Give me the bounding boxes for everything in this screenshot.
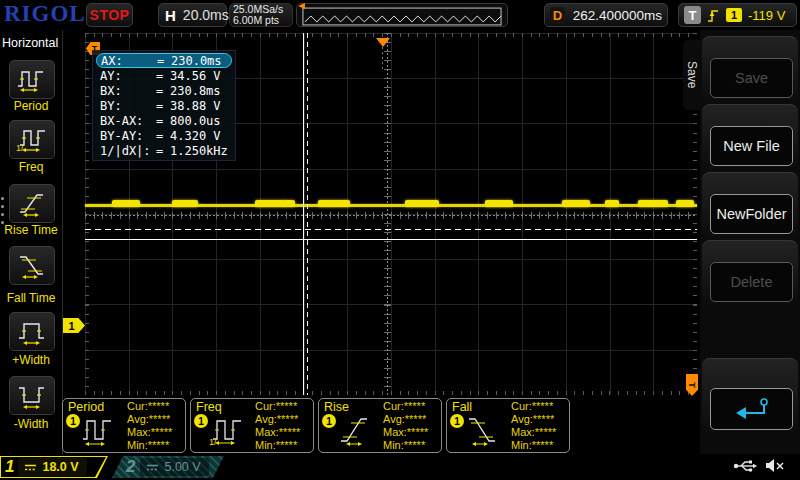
oscilloscope-screen: RIGOL STOP H 20.0ms 25.0MSa/s 6.00M pts …	[0, 0, 800, 480]
ch1-trace	[85, 200, 697, 208]
measure-item-plus-width-label: +Width	[0, 353, 62, 367]
measurement-stats: Cur:***** Avg:***** Max:***** Min:*****	[383, 400, 428, 452]
minus-width-icon	[17, 382, 47, 410]
left-measure-sidebar: Horizontal Period 1/ Freq	[0, 30, 63, 480]
ch1-ground-marker-icon[interactable]: 1	[63, 318, 85, 333]
channel1-number: 1	[5, 457, 14, 477]
fall-waveform-icon	[465, 411, 501, 447]
horizontal-scale-value: 20.0ms	[183, 7, 229, 23]
rising-edge-trigger-icon	[707, 7, 720, 24]
fall-time-icon	[17, 252, 47, 280]
trigger-label: T	[684, 6, 701, 24]
measurement-panel-freq[interactable]: Freq 1 1/ Cur:***** Avg:***** Max:***** …	[190, 398, 314, 453]
delete-button[interactable]: Delete	[710, 262, 793, 302]
measure-category-title: Horizontal	[2, 36, 62, 50]
measure-item-minus-width-label: -Width	[0, 417, 62, 431]
horizontal-label: H	[165, 7, 176, 24]
delay-value: 262.400000ms	[573, 8, 662, 23]
measure-item-period[interactable]	[9, 60, 55, 99]
channel2-status[interactable]: 2 5.00 V	[112, 456, 224, 478]
cursor-a-vertical-line[interactable]	[303, 33, 304, 395]
rise-time-icon	[17, 190, 47, 218]
rigol-logo: RIGOL	[4, 1, 86, 27]
graticule-top-ticks	[85, 33, 697, 37]
menu-scroll-indicator	[1, 192, 4, 229]
menu-tab: Save	[683, 40, 700, 110]
cursor-row-ay[interactable]: AY:=34.56 V	[96, 68, 232, 83]
top-status-bar: RIGOL STOP H 20.0ms 25.0MSa/s 6.00M pts …	[0, 0, 800, 30]
svg-text:1/: 1/	[16, 143, 24, 153]
menu-tab-label: Save	[685, 61, 699, 88]
trigger-position-marker-icon[interactable]	[376, 38, 390, 47]
preview-position-marker-icon	[298, 3, 305, 9]
dc-coupling-icon	[146, 463, 159, 472]
measure-item-period-label: Period	[0, 99, 62, 113]
channel2-scale: 5.00 V	[164, 460, 200, 474]
measurement-channel-badge: 1	[194, 414, 208, 428]
measure-item-freq[interactable]: 1/	[9, 120, 55, 159]
cursor-readout-panel: AX:=230.0ms AY:=34.56 V BX:=230.8ms BY:=…	[92, 50, 236, 161]
horizontal-axis-line	[85, 215, 697, 216]
speaker-muted-icon	[765, 458, 785, 473]
measure-item-rise-time[interactable]	[9, 184, 55, 223]
cursor-b-horizontal-line[interactable]	[85, 229, 697, 230]
trigger-level-value: -119 V	[748, 8, 785, 23]
plus-width-icon	[17, 318, 47, 346]
graticule-bottom-ticks	[85, 391, 697, 395]
menu-back-button[interactable]	[710, 388, 793, 430]
measure-item-fall-time[interactable]	[9, 246, 55, 285]
cursor-row-by[interactable]: BY:=38.88 V	[96, 98, 232, 113]
trigger-position-line	[382, 47, 383, 71]
waveform-preview-box[interactable]	[296, 3, 508, 27]
acquisition-info-box: 25.0MSa/s 6.00M pts	[229, 3, 293, 27]
cursor-a-horizontal-line[interactable]	[85, 239, 697, 240]
measure-item-minus-width[interactable]	[9, 376, 55, 415]
cursor-row-bx[interactable]: BX:=230.8ms	[96, 83, 232, 98]
vertical-axis-line	[387, 33, 388, 395]
measure-item-rise-time-label: Rise Time	[0, 223, 62, 237]
freq-icon: 1/	[16, 126, 48, 154]
new-file-button[interactable]: New File	[710, 126, 793, 166]
trigger-info-box[interactable]: T 1 -119 V	[678, 3, 797, 27]
measurement-channel-badge: 1	[66, 414, 80, 428]
svg-text:1/: 1/	[209, 437, 217, 447]
memory-depth: 6.00M pts	[233, 15, 279, 26]
measurement-stats: Cur:***** Avg:***** Max:***** Min:*****	[127, 400, 172, 452]
dc-coupling-icon	[24, 463, 37, 472]
cursor-b-vertical-line[interactable]	[307, 33, 308, 395]
delay-label: D	[550, 7, 565, 24]
new-folder-button[interactable]: NewFolder	[710, 194, 793, 234]
measurement-channel-badge: 1	[322, 414, 336, 428]
cursor-row-inv-dx[interactable]: 1/|dX|:=1.250kHz	[96, 143, 232, 158]
usb-icon	[733, 459, 757, 473]
preview-waveform-path	[305, 16, 501, 22]
measure-item-freq-label: Freq	[0, 160, 62, 174]
rise-waveform-icon	[337, 411, 373, 447]
measure-item-fall-time-label: Fall Time	[0, 291, 62, 305]
save-button[interactable]: Save	[710, 58, 793, 98]
measurement-channel-badge: 1	[450, 414, 464, 428]
run-state-badge[interactable]: STOP	[86, 3, 133, 27]
cursor-row-bx-ax[interactable]: BX-AX:=800.0us	[96, 113, 232, 128]
measurement-panel-period[interactable]: Period 1 Cur:***** Avg:***** Max:***** M…	[62, 398, 186, 453]
measurement-stats: Cur:***** Avg:***** Max:***** Min:*****	[511, 400, 556, 452]
measurement-stats: Cur:***** Avg:***** Max:***** Min:*****	[255, 400, 300, 452]
freq-waveform-icon: 1/	[209, 411, 245, 447]
measure-item-plus-width[interactable]	[9, 312, 55, 351]
trigger-delay-box[interactable]: D 262.400000ms	[544, 3, 668, 27]
cursor-row-by-ay[interactable]: BY-AY:=4.320 V	[96, 128, 232, 143]
measurement-panel-rise[interactable]: Rise 1 Cur:***** Avg:***** Max:***** Min…	[318, 398, 442, 453]
return-arrow-icon	[731, 396, 773, 422]
horizontal-scale-box[interactable]: H 20.0ms	[158, 3, 227, 27]
channel1-status[interactable]: 1 18.0 V	[0, 456, 108, 478]
channel2-number: 2	[126, 457, 135, 477]
channel1-scale: 18.0 V	[42, 460, 78, 474]
measurement-panel-fall[interactable]: Fall 1 Cur:***** Avg:***** Max:***** Min…	[446, 398, 570, 453]
trigger-source-badge: 1	[726, 8, 742, 22]
channel-status-bar: 1 18.0 V 2 5.00 V	[0, 454, 800, 480]
period-icon	[16, 67, 48, 93]
memory-waveform-thumbnail	[297, 3, 507, 27]
period-waveform-icon	[81, 411, 117, 447]
cursor-row-ax[interactable]: AX:=230.0ms	[96, 53, 232, 68]
